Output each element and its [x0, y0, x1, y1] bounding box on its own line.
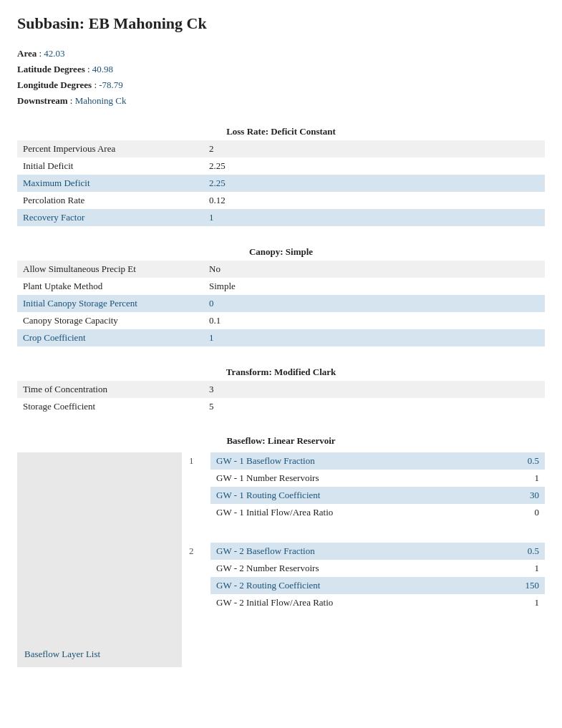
group-number: 2 — [189, 543, 203, 557]
table-row-label: Recovery Factor — [17, 209, 203, 226]
baseflow-layer-list-label: Baseflow Layer List — [24, 649, 100, 660]
table-row-value: 2.25 — [203, 175, 545, 192]
baseflow-layout: Baseflow Layer List 1GW - 1 Baseflow Fra… — [17, 452, 545, 667]
table-row-value: 3 — [203, 381, 545, 398]
table-row-value: 0.12 — [203, 192, 545, 209]
baseflow-section: Baseflow: Linear Reservoir Baseflow Laye… — [17, 435, 545, 667]
gw-row-value: 150 — [467, 577, 545, 594]
table-row-value: 0 — [203, 295, 545, 312]
gw-row-label: GW - 2 Baseflow Fraction — [210, 543, 467, 560]
gw-row-value: 1 — [467, 470, 545, 487]
area-label: Area — [17, 48, 37, 59]
lon-label: Longitude Degrees — [17, 79, 92, 90]
page-title: Subbasin: EB Mahoning Ck — [17, 14, 545, 33]
baseflow-group: 1GW - 1 Baseflow Fraction0.5GW - 1 Numbe… — [189, 452, 545, 521]
table-row-label: Percolation Rate — [17, 192, 203, 209]
gw-row-label: GW - 1 Number Reservoirs — [210, 470, 467, 487]
gw-row-label: GW - 2 Number Reservoirs — [210, 560, 467, 577]
table-row-value: 2.25 — [203, 157, 545, 175]
gw-row-value: 0.5 — [467, 543, 545, 560]
gw-row-label: GW - 2 Initial Flow/Area Ratio — [210, 594, 467, 611]
meta-area: Area : 42.03 — [17, 46, 545, 62]
downstream-value: Mahoning Ck — [75, 95, 127, 106]
table-row-label: Maximum Deficit — [17, 175, 203, 192]
gw-row-value: 0.5 — [467, 452, 545, 470]
table-row-label: Allow Simultaneous Precip Et — [17, 261, 203, 278]
table-row-label: Plant Uptake Method — [17, 278, 203, 295]
canopy-table: Allow Simultaneous Precip EtNoPlant Upta… — [17, 261, 545, 346]
loss-rate-section: Loss Rate: Deficit Constant Percent Impe… — [17, 126, 545, 226]
area-value: 42.03 — [44, 48, 64, 59]
table-row-value: 5 — [203, 398, 545, 415]
gw-row-label: GW - 1 Initial Flow/Area Ratio — [210, 504, 467, 521]
group-number: 1 — [189, 452, 203, 467]
gw-row-value: 1 — [467, 560, 545, 577]
transform-title: Transform: Modified Clark — [17, 367, 545, 378]
table-row-label: Storage Coefficient — [17, 398, 203, 415]
transform-table: Time of Concentration3Storage Coefficien… — [17, 381, 545, 415]
gw-row-label: GW - 1 Baseflow Fraction — [210, 452, 467, 470]
table-row-value: 1 — [203, 329, 545, 346]
gw-row-label: GW - 2 Routing Coefficient — [210, 577, 467, 594]
table-row-label: Canopy Storage Capacity — [17, 312, 203, 329]
table-row-value: No — [203, 261, 545, 278]
table-row-value: 1 — [203, 209, 545, 226]
loss-rate-title: Loss Rate: Deficit Constant — [17, 126, 545, 137]
meta-downstream: Downstream : Mahoning Ck — [17, 93, 545, 109]
table-row-label: Time of Concentration — [17, 381, 203, 398]
baseflow-title: Baseflow: Linear Reservoir — [17, 435, 545, 447]
table-row-value: 0.1 — [203, 312, 545, 329]
loss-rate-table: Percent Impervious Area2Initial Deficit2… — [17, 140, 545, 226]
downstream-label: Downstream — [17, 95, 68, 106]
baseflow-right-panel: 1GW - 1 Baseflow Fraction0.5GW - 1 Numbe… — [182, 452, 545, 667]
transform-section: Transform: Modified Clark Time of Concen… — [17, 367, 545, 415]
table-row-label: Crop Coefficient — [17, 329, 203, 346]
baseflow-left-panel: Baseflow Layer List — [17, 452, 182, 667]
table-row-label: Initial Canopy Storage Percent — [17, 295, 203, 312]
lat-label: Latitude Degrees — [17, 64, 85, 74]
baseflow-group: 2GW - 2 Baseflow Fraction0.5GW - 2 Numbe… — [189, 543, 545, 611]
table-row-label: Percent Impervious Area — [17, 140, 203, 157]
canopy-title: Canopy: Simple — [17, 246, 545, 258]
canopy-section: Canopy: Simple Allow Simultaneous Precip… — [17, 246, 545, 346]
table-row-value: 2 — [203, 140, 545, 157]
gw-row-value: 1 — [467, 594, 545, 611]
meta-lon: Longitude Degrees : -78.79 — [17, 77, 545, 93]
gw-row-value: 30 — [467, 487, 545, 504]
meta-section: Area : 42.03 Latitude Degrees : 40.98 Lo… — [17, 46, 545, 109]
lat-value: 40.98 — [92, 64, 113, 74]
gw-row-label: GW - 1 Routing Coefficient — [210, 487, 467, 504]
meta-lat: Latitude Degrees : 40.98 — [17, 62, 545, 77]
table-row-label: Initial Deficit — [17, 157, 203, 175]
lon-value: -78.79 — [99, 79, 123, 90]
table-row-value: Simple — [203, 278, 545, 295]
gw-row-value: 0 — [467, 504, 545, 521]
